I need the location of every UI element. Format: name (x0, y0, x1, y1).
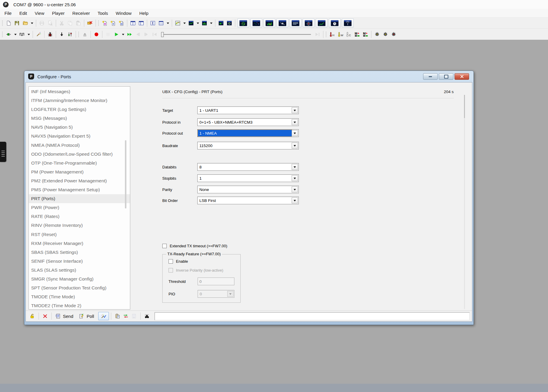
parity-combo[interactable]: None (197, 186, 299, 193)
list-item[interactable]: ITFM (Jamming/Interference Monitor) (29, 96, 130, 105)
chevron-down-icon[interactable] (292, 107, 298, 113)
open-file-button[interactable] (21, 19, 29, 27)
protocol-out-combo[interactable]: 1 - NMEA (197, 129, 299, 137)
list-item[interactable]: OTP (One-Time-Programmable) (29, 159, 130, 168)
menu-player[interactable]: Player (48, 10, 69, 17)
statistic-view-button[interactable]: Σ (149, 19, 157, 27)
target-combo[interactable]: 1 - UART1 (197, 106, 299, 114)
step-back-button[interactable] (134, 31, 142, 38)
list-item[interactable]: PM2 (Extended Power Management) (29, 176, 130, 185)
menu-view[interactable]: View (31, 10, 48, 17)
send-button[interactable]: Send (54, 312, 73, 320)
menu-window[interactable]: Window (112, 10, 135, 17)
chart-view-dropdown[interactable] (196, 19, 200, 27)
histogram-view-button[interactable] (201, 19, 208, 27)
cut-button[interactable] (58, 19, 66, 27)
receiver-settings-button[interactable] (373, 31, 381, 38)
open-file-dropdown[interactable] (30, 19, 34, 27)
auto-poll-button[interactable] (98, 312, 109, 320)
new-packet-console-button[interactable] (101, 19, 109, 27)
chevron-down-icon[interactable] (292, 164, 298, 170)
paste-button[interactable] (74, 19, 82, 27)
list-item[interactable]: RST (Reset) (29, 230, 130, 239)
poll-button[interactable]: Poll (77, 312, 94, 320)
docked-panel-tab[interactable] (0, 142, 6, 162)
play-button[interactable] (112, 31, 120, 38)
autobaud-button[interactable] (35, 31, 42, 38)
close-button[interactable] (455, 73, 469, 80)
save-message-button[interactable] (130, 312, 138, 320)
list-item[interactable]: NAV5 (Navigation 5) (29, 123, 130, 132)
slider-thumb[interactable] (161, 32, 164, 37)
panel-scrollbar-thumb[interactable] (464, 95, 465, 118)
split-vertical-button[interactable] (129, 19, 137, 27)
chevron-down-icon[interactable] (292, 175, 298, 181)
list-item[interactable]: SBAS (SBAS Settings) (29, 248, 130, 257)
list-item[interactable]: SLAS (SLAS settings) (29, 266, 130, 275)
eject-logfile-button[interactable] (81, 31, 89, 38)
message-filter-button[interactable] (66, 31, 74, 38)
message-field[interactable] (155, 312, 470, 320)
save-file-button[interactable] (13, 19, 21, 27)
jump-to-start-button[interactable] (151, 31, 158, 38)
map-view-button[interactable] (174, 19, 182, 27)
menu-edit[interactable]: Edit (15, 10, 31, 17)
protocol-in-combo[interactable]: 0+1+5 - UBX+NMEA+RTCM3 (197, 118, 299, 126)
map-view-dropdown[interactable] (182, 19, 187, 27)
menu-file[interactable]: File (1, 10, 15, 17)
list-item[interactable]: RATE (Rates) (29, 212, 130, 221)
minimize-button[interactable] (423, 73, 438, 80)
chevron-down-icon[interactable] (292, 197, 298, 203)
histogram-view-dropdown[interactable] (209, 19, 213, 27)
enable-checkbox[interactable] (169, 259, 173, 264)
list-item[interactable]: SMGR (Sync Manager Config) (29, 275, 130, 283)
print-button[interactable] (38, 19, 46, 27)
list-item[interactable]: RXM (Receiver Manager) (29, 239, 130, 248)
camera-view-button[interactable] (217, 19, 225, 27)
pause-button[interactable] (104, 31, 112, 38)
baudrate-dropdown[interactable] (26, 31, 31, 38)
receiver-config-button[interactable] (390, 31, 398, 38)
copy-button[interactable] (66, 19, 74, 27)
coldstart-button[interactable]: C (345, 31, 353, 38)
copy-message-button[interactable] (113, 312, 122, 320)
dock-signal-level-button[interactable] (263, 18, 275, 28)
dock-antenna-view-button[interactable] (342, 18, 354, 28)
maximize-button[interactable] (439, 73, 453, 80)
dock-clock-view-button[interactable] (329, 18, 341, 28)
list-item[interactable]: PMS (Power Management Setup) (29, 185, 130, 194)
extended-tx-checkbox[interactable] (162, 244, 167, 248)
list-item[interactable]: ODO (Odometer/Low-Speed COG filter) (29, 150, 130, 159)
stopbits-combo[interactable]: 1 (197, 174, 299, 182)
chevron-down-icon[interactable] (292, 130, 298, 136)
lock-button[interactable] (28, 312, 36, 320)
baudrate-button[interactable] (18, 31, 26, 38)
menu-help[interactable]: Help (135, 10, 152, 17)
message-lookup-button[interactable] (143, 312, 151, 320)
bit-order-combo[interactable]: LSB First (197, 197, 299, 204)
debug-messages-button[interactable] (46, 31, 54, 38)
save-receiver-config-button[interactable]: M+ (353, 31, 361, 38)
table-view-dropdown[interactable] (166, 19, 170, 27)
chart-view-button[interactable] (187, 19, 195, 27)
list-item[interactable]: TMODE (Time Mode) (29, 292, 130, 301)
list-scrollbar-thumb[interactable] (125, 140, 126, 208)
split-horizontal-button[interactable] (137, 19, 145, 27)
chevron-down-icon[interactable] (292, 143, 298, 149)
dock-satellite-position-button[interactable] (237, 18, 249, 28)
table-view-button[interactable] (157, 19, 165, 27)
dock-compass-view-button[interactable] (303, 18, 314, 28)
jump-to-end-button[interactable] (314, 31, 321, 38)
new-text-console-button[interactable] (117, 19, 125, 27)
list-item[interactable]: NAVX5 (Navigation Expert 5) (29, 132, 130, 141)
hotstart-button[interactable]: H (328, 31, 336, 38)
list-item[interactable]: PWR (Power) (29, 203, 130, 212)
disconnect-button[interactable] (86, 19, 94, 27)
load-receiver-config-button[interactable]: M+ (362, 31, 369, 38)
firmware-download-button[interactable] (58, 31, 66, 38)
clear-button[interactable] (41, 312, 49, 320)
new-file-button[interactable] (5, 19, 12, 27)
list-item[interactable]: RINV (Remote Inventory) (29, 221, 130, 230)
playback-position-slider[interactable] (161, 31, 311, 38)
chevron-down-icon[interactable] (292, 119, 298, 125)
